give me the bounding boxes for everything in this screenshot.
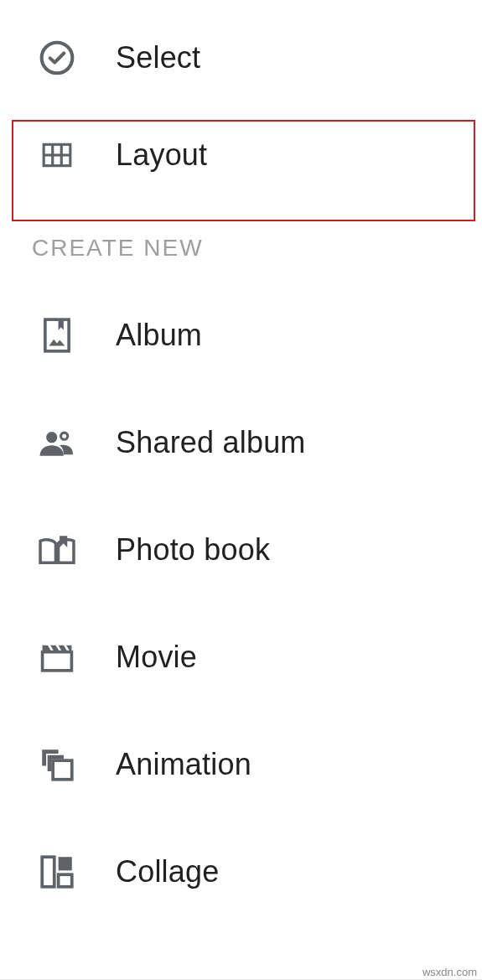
movie-icon: [37, 637, 77, 677]
album-icon: [37, 315, 77, 355]
menu-item-collage[interactable]: Collage: [0, 818, 482, 926]
menu-label-layout: Layout: [116, 137, 207, 173]
menu-label-collage: Collage: [116, 854, 219, 889]
menu-item-select[interactable]: Select: [0, 0, 482, 101]
svg-rect-5: [45, 319, 69, 351]
svg-rect-8: [43, 652, 72, 671]
menu-item-album[interactable]: Album: [0, 282, 482, 389]
watermark: wsxdn.com: [422, 966, 477, 978]
svg-point-7: [61, 433, 68, 439]
menu-label-photo-book: Photo book: [116, 532, 270, 568]
grid-icon: [37, 135, 77, 175]
menu-item-shared-album[interactable]: Shared album: [0, 389, 482, 496]
collage-icon: [37, 852, 77, 892]
menu-label-album: Album: [116, 318, 202, 353]
svg-rect-11: [59, 857, 72, 870]
menu-item-photo-book[interactable]: Photo book: [0, 496, 482, 604]
svg-rect-12: [59, 874, 72, 887]
svg-rect-10: [42, 857, 54, 887]
book-icon: [37, 530, 77, 570]
section-header-create-new: CREATE NEW: [0, 210, 482, 282]
check-circle-icon: [37, 38, 77, 78]
menu-label-movie: Movie: [116, 640, 197, 675]
menu-item-animation[interactable]: Animation: [0, 711, 482, 818]
menu-label-shared-album: Shared album: [116, 425, 306, 460]
menu-item-layout[interactable]: Layout: [0, 101, 482, 210]
people-icon: [37, 423, 77, 463]
menu-panel: Select Layout CREATE NEW Album: [0, 0, 482, 980]
menu-item-movie[interactable]: Movie: [0, 604, 482, 711]
svg-rect-9: [53, 760, 72, 780]
menu-label-select: Select: [116, 40, 200, 75]
menu-label-animation: Animation: [116, 747, 251, 782]
svg-point-6: [46, 432, 57, 443]
stack-icon: [37, 744, 77, 785]
